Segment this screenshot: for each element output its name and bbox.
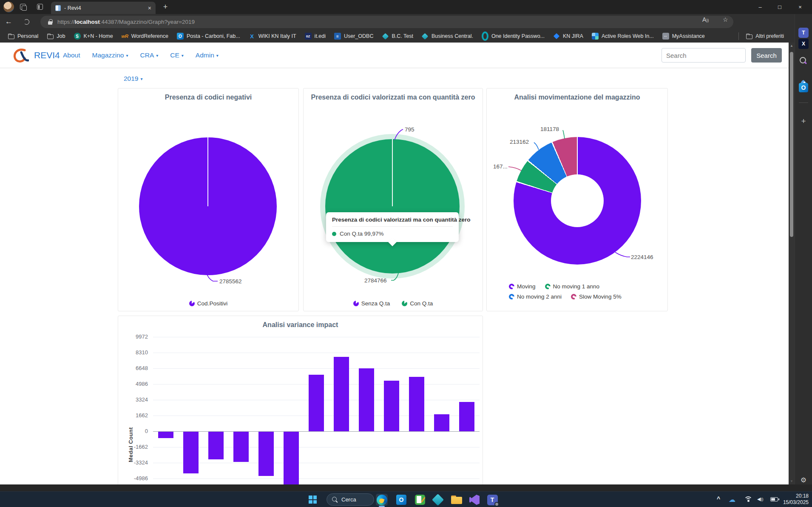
wifi-icon[interactable] [744, 496, 752, 502]
window-maximize-button[interactable]: □ [770, 0, 789, 14]
refresh-icon[interactable] [24, 19, 29, 25]
legend-pie-icon [189, 301, 195, 306]
bar-3[interactable] [208, 432, 224, 459]
bookmark-item[interactable]: Job [43, 31, 69, 41]
bar-6[interactable] [284, 432, 299, 484]
start-button-icon[interactable] [309, 496, 317, 504]
year-dropdown[interactable]: 2019▾ [124, 75, 143, 83]
bar-4[interactable] [233, 432, 249, 462]
tab-close-icon[interactable]: × [148, 5, 151, 11]
bookmark-item[interactable]: it.edi [301, 31, 330, 41]
nav-item-cra[interactable]: CRA▾ [140, 51, 159, 59]
legend-item[interactable]: No moving 2 anni [509, 293, 562, 300]
chevron-down-icon: ▾ [140, 77, 142, 81]
search-button[interactable]: Search [751, 48, 782, 63]
bar-7[interactable] [309, 375, 324, 431]
bar-1[interactable] [158, 432, 173, 438]
scrollbar-thumb[interactable] [790, 52, 793, 237]
taskbar-teams-icon[interactable]: T [486, 494, 498, 506]
nav-item-ce[interactable]: CE▾ [170, 51, 184, 59]
nav-item-admin[interactable]: Admin▾ [196, 51, 219, 59]
legend-item[interactable]: No moving 1 anno [545, 283, 600, 290]
x-app-sidebar-icon[interactable]: X [798, 39, 809, 49]
speaker-icon[interactable]: ◀)) [757, 496, 763, 502]
nav-item-about[interactable]: About [63, 51, 80, 59]
y-tick-label: 8310 [122, 349, 148, 356]
legend-item[interactable]: Moving [509, 283, 536, 290]
bar-plot-area: 9972831066484986332416620-1662-3324-4986 [118, 316, 483, 484]
url-text: https://localhost:44387/Magazzino/Graph?… [57, 19, 195, 25]
workspaces-icon[interactable] [20, 4, 26, 10]
revi4-logo-icon [12, 47, 29, 63]
new-tab-button[interactable]: + [160, 3, 171, 11]
windows-taskbar: Cerca O T ^ ☁ ◀)) 20:18 15/03/2025 [0, 491, 812, 507]
scrollbar-up-arrow[interactable]: ▲ [789, 44, 795, 48]
bar-13[interactable] [459, 402, 474, 431]
scrollbar-down-arrow[interactable]: ▼ [789, 479, 795, 483]
bookmark-item[interactable]: WIKI KN Italy IT [244, 31, 301, 41]
taskbar-outlook-icon[interactable]: O [395, 494, 407, 506]
bookmark-item[interactable]: B.C. Test [378, 31, 417, 41]
profile-avatar[interactable] [3, 2, 14, 12]
address-bar[interactable]: https://localhost:44387/Magazzino/Graph?… [40, 16, 733, 28]
bar-8[interactable] [334, 357, 349, 431]
browser-tab[interactable]: - Revi4 × [51, 2, 156, 14]
nav-item-magazzino[interactable]: Magazzino▾ [92, 51, 128, 59]
search-input[interactable] [662, 48, 746, 63]
bar-11[interactable] [409, 377, 424, 431]
read-aloud-icon[interactable]: A)) [702, 16, 709, 23]
legend-dot-icon [332, 232, 336, 236]
add-favorite-star-icon[interactable]: ☆ [723, 16, 728, 23]
lock-icon[interactable] [48, 19, 52, 25]
taskbar-edge-icon[interactable] [376, 494, 388, 506]
sidebar-settings-gear-icon[interactable]: ⚙ [798, 475, 809, 485]
bookmark-item[interactable]: Posta - Carboni, Fab... [173, 31, 244, 41]
bar-9[interactable] [359, 368, 374, 431]
legend-item[interactable]: Senza Q.ta [353, 300, 390, 307]
bar-12[interactable] [434, 414, 449, 431]
bookmark-item[interactable]: Business Central. [417, 31, 477, 41]
bookmark-item[interactable]: User_ODBC [330, 31, 378, 41]
page-scrollbar[interactable]: ▲ ▼ [789, 43, 795, 484]
y-tick-label: 6648 [122, 365, 148, 371]
other-favorites-button[interactable]: Altri preferiti [741, 31, 788, 41]
bookmark-item[interactable]: WordReference [117, 31, 173, 41]
myassistance-icon [662, 33, 669, 40]
bookmark-item[interactable]: Active Roles Web In... [588, 31, 658, 41]
battery-icon[interactable] [770, 497, 778, 501]
taskbar-file-explorer-icon[interactable] [451, 494, 463, 506]
taskbar-search[interactable]: Cerca [327, 493, 374, 506]
bar-2[interactable] [183, 432, 199, 473]
bookmark-item[interactable]: MyAssistance [658, 31, 709, 41]
bar-10[interactable] [384, 381, 399, 431]
bookmark-item[interactable]: K+N - Home [70, 31, 117, 41]
onedrive-cloud-icon[interactable]: ☁ [729, 496, 735, 504]
vertical-tabs-icon[interactable] [37, 4, 43, 10]
sidebar-search-icon[interactable] [798, 56, 809, 66]
add-sidebar-item-icon[interactable]: + [798, 116, 809, 126]
clock[interactable]: 20:18 15/03/2025 [783, 493, 809, 506]
tray-chevron-up-icon[interactable]: ^ [717, 496, 720, 502]
taskbar-business-central-icon[interactable] [432, 494, 444, 506]
search-icon [332, 497, 338, 503]
outlook-sidebar-icon[interactable]: O [799, 83, 808, 92]
donut-hole [551, 174, 604, 227]
taskbar-notes-icon[interactable] [414, 494, 426, 506]
teams-sidebar-icon[interactable]: T [798, 28, 809, 38]
back-icon[interactable]: ← [5, 17, 12, 26]
legend-item[interactable]: Cod.Positivi [189, 300, 227, 307]
oneidentity-icon [482, 33, 488, 40]
wordreference-icon [122, 33, 128, 40]
bookmark-item[interactable]: Personal [3, 31, 43, 41]
taskbar-visual-studio-icon[interactable] [468, 494, 480, 506]
legend-item[interactable]: Con Q.ta [402, 300, 433, 307]
legend-item[interactable]: Slow Moving 5% [571, 293, 622, 300]
bar-5[interactable] [258, 432, 274, 476]
bookmark-item[interactable]: KN JIRA [549, 31, 588, 41]
page-content: REVI4 AboutMagazzino▾CRA▾CE▾Admin▾ Searc… [0, 43, 789, 484]
chevron-down-icon: ▾ [216, 53, 219, 58]
window-close-button[interactable]: × [791, 0, 809, 14]
bookmark-item[interactable]: One Identity Passwo... [477, 31, 549, 41]
brand-title[interactable]: REVI4 [34, 50, 60, 60]
window-minimize-button[interactable]: – [751, 0, 769, 14]
